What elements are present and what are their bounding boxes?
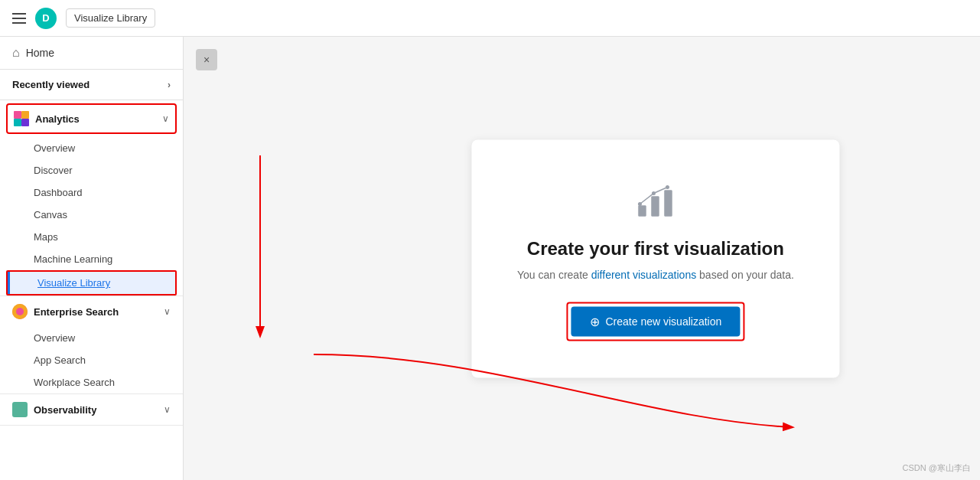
create-btn-label: Create new visualization	[606, 315, 722, 328]
sidebar-item-home[interactable]: ⌂ Home	[0, 37, 183, 70]
svg-point-11	[666, 185, 669, 189]
observability-label: Observability	[34, 404, 158, 416]
enterprise-chevron-down-icon: ∨	[164, 306, 171, 317]
topbar: D Visualize Library	[0, 0, 980, 37]
analytics-chevron-down-icon: ∨	[162, 113, 169, 124]
observability-group: Observability ∨	[0, 394, 183, 426]
recently-viewed-section[interactable]: Recently viewed ›	[0, 70, 183, 100]
chart-icon	[633, 176, 679, 222]
svg-rect-7	[652, 196, 659, 216]
create-btn-wrapper: ⊕ Create new visualization	[567, 302, 745, 341]
svg-rect-6	[639, 205, 646, 216]
analytics-group: Analytics ∨ Overview Discover Dashboard …	[0, 100, 183, 296]
main-content: × Create your first visualization You ca…	[184, 37, 980, 480]
enterprise-search-group: Enterprise Search ∨ Overview App Search …	[0, 296, 183, 394]
home-icon: ⌂	[12, 46, 20, 60]
analytics-brand-icon	[14, 111, 29, 126]
analytics-group-header[interactable]: Analytics ∨	[8, 105, 175, 132]
sidebar-item-workplace-search[interactable]: Workplace Search	[0, 371, 183, 393]
observability-chevron-down-icon: ∨	[164, 404, 171, 415]
plus-circle-icon: ⊕	[590, 314, 600, 328]
enterprise-search-header[interactable]: Enterprise Search ∨	[0, 296, 183, 327]
sidebar-item-dashboard[interactable]: Dashboard	[0, 181, 183, 204]
visualize-highlight-box: Visualize Library	[6, 270, 177, 296]
sidebar-item-enterprise-overview[interactable]: Overview	[0, 327, 183, 349]
visualize-library-button[interactable]: Visualize Library	[66, 8, 155, 28]
svg-point-9	[638, 202, 642, 206]
svg-rect-0	[14, 111, 21, 119]
sidebar-item-maps[interactable]: Maps	[0, 226, 183, 248]
enterprise-search-label: Enterprise Search	[34, 306, 158, 318]
svg-point-10	[652, 191, 656, 195]
sidebar: ⌂ Home Recently viewed ›	[0, 37, 184, 480]
recently-viewed-label: Recently viewed	[12, 79, 90, 90]
svg-rect-8	[665, 190, 672, 216]
sidebar-item-discover[interactable]: Discover	[0, 159, 183, 181]
close-button[interactable]: ×	[196, 49, 217, 70]
analytics-label: Analytics	[35, 113, 156, 125]
create-new-visualization-button[interactable]: ⊕ Create new visualization	[571, 306, 741, 336]
analytics-highlight-box: Analytics ∨	[6, 103, 177, 134]
svg-rect-2	[14, 119, 21, 126]
observability-header[interactable]: Observability ∨	[0, 394, 183, 425]
main-layout: ⌂ Home Recently viewed ›	[0, 37, 980, 480]
visualization-card: Create your first visualization You can …	[471, 139, 840, 377]
svg-point-5	[16, 308, 24, 315]
viz-subtitle-after: based on your data.	[696, 268, 794, 280]
sidebar-item-overview[interactable]: Overview	[0, 137, 183, 159]
observability-icon	[12, 402, 28, 417]
sidebar-home-label: Home	[26, 47, 54, 59]
enterprise-search-icon	[12, 304, 28, 319]
svg-rect-1	[21, 111, 29, 119]
viz-subtitle-link[interactable]: different visualizations	[591, 268, 696, 280]
user-avatar: D	[35, 8, 57, 29]
sidebar-item-visualize-library[interactable]: Visualize Library	[8, 272, 175, 294]
watermark: CSDN @寒山李白	[903, 462, 971, 474]
sidebar-item-canvas[interactable]: Canvas	[0, 204, 183, 226]
sidebar-item-app-search[interactable]: App Search	[0, 349, 183, 371]
viz-subtitle-before: You can create	[517, 268, 591, 280]
chevron-right-icon: ›	[168, 80, 171, 90]
svg-rect-3	[21, 119, 29, 126]
viz-title: Create your first visualization	[517, 237, 794, 259]
menu-icon[interactable]	[12, 13, 26, 24]
sidebar-item-machine-learning[interactable]: Machine Learning	[0, 248, 183, 270]
viz-subtitle: You can create different visualizations …	[517, 268, 794, 280]
